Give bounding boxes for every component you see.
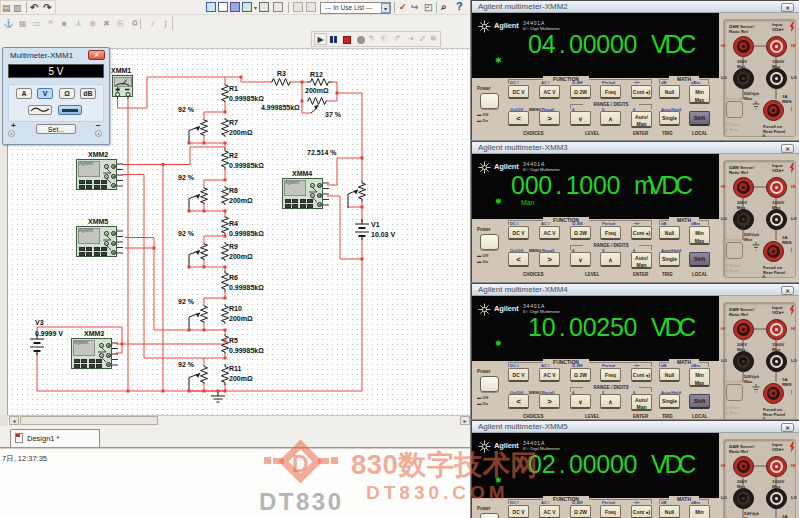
svg-text:0.99985kΩ: 0.99985kΩ xyxy=(229,162,264,169)
svg-text:0.99985kΩ: 0.99985kΩ xyxy=(229,284,264,291)
svg-text:0.99985kΩ: 0.99985kΩ xyxy=(229,347,264,354)
svg-text:R12: R12 xyxy=(310,71,323,78)
svg-text:92 %: 92 % xyxy=(178,230,195,237)
svg-text:R1: R1 xyxy=(229,85,238,92)
svg-text:4.999855kΩ: 4.999855kΩ xyxy=(261,104,300,111)
svg-text:R3: R3 xyxy=(277,70,286,77)
svg-text:0.99985kΩ: 0.99985kΩ xyxy=(229,230,264,237)
svg-text:0.9999 V: 0.9999 V xyxy=(35,330,63,337)
svg-text:R6: R6 xyxy=(229,274,238,281)
svg-text:200mΩ: 200mΩ xyxy=(229,197,253,204)
svg-text:92 %: 92 % xyxy=(178,174,195,181)
svg-text:V3: V3 xyxy=(35,319,44,326)
svg-text:10.03 V: 10.03 V xyxy=(371,231,395,238)
svg-text:R9: R9 xyxy=(229,243,238,250)
svg-text:R10: R10 xyxy=(229,305,242,312)
svg-text:92 %: 92 % xyxy=(178,361,195,368)
svg-text:R11: R11 xyxy=(229,365,242,372)
svg-text:200mΩ: 200mΩ xyxy=(229,315,253,322)
svg-text:R7: R7 xyxy=(229,119,238,126)
svg-text:200mΩ: 200mΩ xyxy=(305,87,329,94)
svg-text:92 %: 92 % xyxy=(178,106,195,113)
svg-text:92 %: 92 % xyxy=(178,298,195,305)
svg-text:R8: R8 xyxy=(229,187,238,194)
svg-text:R5: R5 xyxy=(229,337,238,344)
svg-text:200mΩ: 200mΩ xyxy=(229,253,253,260)
svg-text:0.99985kΩ: 0.99985kΩ xyxy=(229,95,264,102)
svg-text:R2: R2 xyxy=(229,152,238,159)
svg-text:V1: V1 xyxy=(371,221,380,228)
svg-text:37 %: 37 % xyxy=(325,111,342,118)
svg-text:200mΩ: 200mΩ xyxy=(229,129,253,136)
svg-text:72.514 %: 72.514 % xyxy=(307,149,337,156)
svg-text:R4: R4 xyxy=(229,220,238,227)
svg-text:200mΩ: 200mΩ xyxy=(229,375,253,382)
